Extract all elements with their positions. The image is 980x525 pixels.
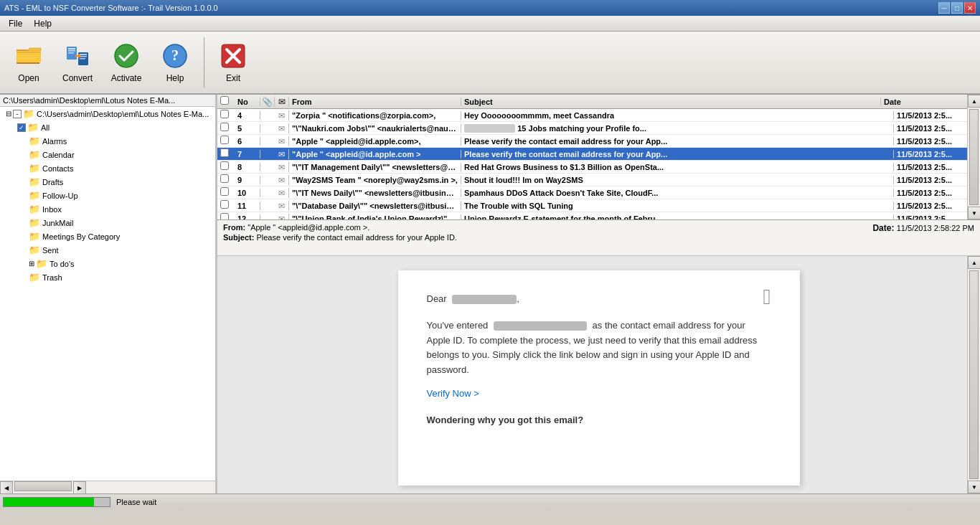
tree-item-trash[interactable]: 📁 Trash (0, 270, 215, 284)
folder-icon-contacts: 📁 (29, 163, 40, 174)
tree-item-todos[interactable]: ⊞ 📁 To do's (0, 257, 215, 270)
toolbar-separator (204, 37, 204, 88)
maximize-button[interactable]: □ (951, 2, 963, 14)
activate-label: Activate (111, 73, 142, 83)
email-checkbox-12[interactable] (220, 213, 229, 220)
folder-icon-calendar: 📁 (29, 149, 40, 160)
select-all-checkbox[interactable] (220, 96, 229, 105)
exit-button[interactable]: Exit (210, 35, 256, 90)
email-from-4: "Zorpia " <notifications@zorpia.com>, (289, 111, 461, 120)
email-body-container[interactable]:  Dear , You've entered as the contact e… (217, 256, 980, 493)
email-list-scroll-thumb[interactable] (969, 109, 979, 205)
tree-hscroll-left[interactable]: ◀ (0, 481, 13, 494)
tree-item-calendar[interactable]: 📁 Calendar (0, 148, 215, 161)
email-checkbox-4[interactable] (220, 110, 229, 118)
email-checkbox-8[interactable] (220, 161, 229, 170)
col-header-read: ✉ (275, 97, 289, 107)
tree-item-followup[interactable]: 📁 Follow-Up (0, 189, 215, 202)
email-read-icon-10: ✉ (278, 189, 285, 197)
tree-path: C:\Users\admin\Desktop\eml\Lotus Notes E… (0, 95, 215, 107)
folder-icon-todos: 📁 (36, 258, 47, 269)
tree-label-all: All (41, 123, 50, 132)
minimize-button[interactable]: ─ (938, 2, 950, 14)
tree-expand-root[interactable]: ⊟ (6, 110, 11, 118)
tree-expand-todos[interactable]: ⊞ (29, 260, 34, 268)
email-read-icon-6: ✉ (278, 137, 285, 146)
tree-panel[interactable]: ⊟ - 📁 C:\Users\admin\Desktop\eml\Lotus N… (0, 107, 215, 481)
close-button[interactable]: ✕ (964, 2, 976, 14)
tree-item-all[interactable]: ✓ 📁 All (0, 120, 215, 134)
open-button[interactable]: Open (6, 35, 52, 90)
email-read-icon-7: ✉ (278, 150, 285, 159)
tree-checkbox-root[interactable]: - (13, 110, 22, 118)
convert-button[interactable]: Convert (55, 35, 100, 90)
toolbar: Open Convert Act (0, 32, 980, 95)
tree-checkbox-all[interactable]: ✓ (17, 123, 26, 132)
subject-value: Please verify the contact email address … (256, 233, 456, 242)
tree-label-sent: Sent (42, 246, 59, 255)
email-checkbox-10[interactable] (220, 187, 229, 196)
from-value: "Apple " <appleid@id.apple.com >. (248, 223, 369, 232)
exit-label: Exit (226, 73, 240, 83)
help-button[interactable]: ? Help (152, 35, 198, 90)
email-list-scroll-down[interactable]: ▼ (968, 207, 980, 219)
tree-item-drafts[interactable]: 📁 Drafts (0, 175, 215, 189)
date-label: Date: (872, 223, 894, 233)
tree-item-junkmail[interactable]: 📁 JunkMail (0, 216, 215, 230)
tree-item-sent[interactable]: 📁 Sent (0, 243, 215, 257)
email-subject-6: Please verify the contact email address … (461, 137, 894, 146)
email-checkbox-11[interactable] (220, 200, 229, 209)
email-from-10: "\"IT News Daily\"" <newsletters@itbusin… (289, 189, 461, 197)
email-checkbox-7[interactable] (220, 148, 229, 157)
body-scroll-down[interactable]: ▼ (968, 481, 980, 493)
col-header-date[interactable]: Date (881, 98, 967, 106)
email-row-6[interactable]: 6 ✉ "Apple " <appleid@id.apple.com>, Ple… (217, 135, 980, 148)
tree-item-inbox[interactable]: 📁 Inbox (0, 202, 215, 216)
svg-text:?: ? (171, 47, 179, 63)
tree-hscroll-right[interactable]: ▶ (73, 481, 86, 494)
col-header-from[interactable]: From (289, 98, 461, 106)
email-row-4[interactable]: 4 ✉ "Zorpia " <notifications@zorpia.com>… (217, 109, 980, 122)
col-header-subject[interactable]: Subject (461, 98, 881, 106)
email-list-vscroll[interactable]: ▲ ▼ (967, 95, 980, 219)
body-scroll-thumb[interactable] (969, 270, 979, 479)
tree-item-meetings[interactable]: 📁 Meetings By Category (0, 230, 215, 243)
svg-rect-8 (68, 52, 74, 54)
email-body-vscroll[interactable]: ▲ ▼ (967, 256, 980, 493)
folder-icon-inbox: 📁 (29, 204, 40, 214)
exit-icon (219, 42, 248, 70)
email-from-11: "\"Database Daily\"" <newsletters@itbusi… (289, 202, 461, 210)
tree-hscroll-thumb[interactable] (14, 481, 72, 491)
tree-item-contacts[interactable]: 📁 Contacts (0, 161, 215, 175)
folder-icon-trash: 📁 (29, 272, 40, 283)
svg-rect-12 (80, 58, 85, 60)
email-row-5[interactable]: 5 ✉ "\"Naukri.com Jobs\"" <naukrialerts@… (217, 122, 980, 135)
email-list: No 📎 ✉ From Subject Date 4 ✉ "Zorpia " <… (217, 95, 980, 220)
email-row-7[interactable]: 7 ✉ "Apple " <appleid@id.apple.com > Ple… (217, 148, 980, 161)
email-checkbox-6[interactable] (220, 136, 229, 144)
email-row-12[interactable]: 12 ✉ "\"Union Bank of India's Union Rewa… (217, 212, 980, 220)
email-row-10[interactable]: 10 ✉ "\"IT News Daily\"" <newsletters@it… (217, 186, 980, 199)
email-paragraph-1: You've entered as the contact email addr… (427, 318, 771, 378)
email-row-8[interactable]: 8 ✉ "\"IT Management Daily\"" <newslette… (217, 161, 980, 174)
email-subject-11: The Trouble with SQL Tuning (461, 202, 894, 210)
email-read-icon-11: ✉ (278, 202, 285, 210)
svg-rect-6 (68, 48, 75, 49)
tree-item-alarms[interactable]: 📁 Alarms (0, 134, 215, 148)
verify-now-link[interactable]: Verify Now > (427, 387, 771, 402)
tree-item-root[interactable]: ⊟ - 📁 C:\Users\admin\Desktop\eml\Lotus N… (0, 107, 215, 120)
email-row-9[interactable]: 9 ✉ "Way2SMS Team " <noreply@way2sms.in … (217, 174, 980, 186)
menu-help[interactable]: Help (28, 17, 57, 30)
email-from-5: "\"Naukri.com Jobs\"" <naukrialerts@nauk… (289, 124, 461, 133)
email-row-11[interactable]: 11 ✉ "\"Database Daily\"" <newsletters@i… (217, 199, 980, 212)
email-checkbox-5[interactable] (220, 123, 229, 131)
email-read-icon-9: ✉ (278, 176, 285, 184)
menu-file[interactable]: File (3, 17, 28, 30)
body-scroll-up[interactable]: ▲ (968, 256, 980, 269)
email-no-12: 12 (235, 214, 260, 221)
tree-hscrollbar[interactable]: ◀ ▶ (0, 481, 215, 493)
convert-label: Convert (62, 73, 93, 83)
activate-button[interactable]: Activate (103, 35, 149, 90)
email-checkbox-9[interactable] (220, 174, 229, 183)
email-list-scroll-up[interactable]: ▲ (968, 95, 980, 108)
